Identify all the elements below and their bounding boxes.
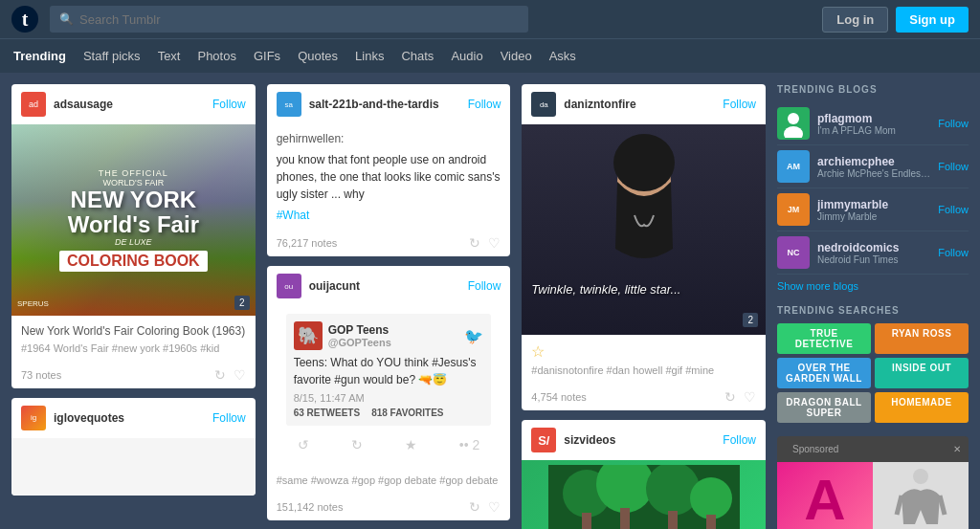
search-tag-dragon-ball[interactable]: DRAGON BALL SUPER — [777, 392, 871, 423]
search-input[interactable] — [79, 12, 519, 27]
nav-asks[interactable]: Asks — [549, 49, 576, 63]
nav-audio[interactable]: Audio — [451, 49, 482, 63]
svg-point-6 — [690, 477, 732, 519]
like-icon[interactable]: ♡ — [488, 499, 501, 515]
search-tag-homemade[interactable]: HOMEMADE — [875, 392, 969, 423]
reblog-icon[interactable]: ↻ — [469, 235, 480, 251]
nav-photos[interactable]: Photos — [197, 49, 235, 63]
like-icon[interactable]: ♡ — [234, 367, 246, 383]
image-count-badge: 2 — [234, 296, 250, 310]
sponsor-badge: SPERUS — [17, 299, 49, 308]
blog-name[interactable]: pflagmom — [817, 112, 930, 125]
sponsored-close[interactable]: ✕ — [953, 444, 961, 454]
nav-links[interactable]: Links — [355, 49, 384, 63]
follow-button[interactable]: Follow — [938, 247, 969, 258]
notes-count: 73 notes — [21, 369, 61, 381]
gop-avatar: 🐘 — [294, 321, 323, 350]
column-1: ad adsausage Follow THE OFFICIAL WORLD'S… — [11, 84, 256, 529]
follow-button[interactable]: Follow — [468, 98, 501, 111]
reblog-icon[interactable]: ↻ — [214, 367, 226, 383]
blog-name[interactable]: danizntonfire — [564, 98, 635, 111]
nav-video[interactable]: Video — [501, 49, 532, 63]
nav-text[interactable]: Text — [158, 49, 181, 63]
follow-button[interactable]: Follow — [723, 98, 756, 111]
blog-avatar: JM — [777, 193, 810, 226]
blog-avatar — [777, 107, 810, 140]
search-tag-inside-out[interactable]: INSIDE OUT — [875, 358, 969, 388]
nav-chats[interactable]: Chats — [401, 49, 434, 63]
follow-button[interactable]: Follow — [212, 98, 246, 111]
tweet-content: 🐘 GOP Teens @GOPTeens 🐦 Teens: What do Y… — [286, 314, 492, 426]
login-button[interactable]: Log in — [822, 7, 888, 33]
blog-desc: Nedroid Fun Times — [817, 254, 930, 265]
star-rating[interactable]: ☆ — [531, 342, 756, 361]
blog-name[interactable]: iglovequotes — [54, 411, 124, 425]
blog-name[interactable]: salt-221b-and-the-tardis — [309, 98, 439, 111]
card-tags: #1964 World's Fair #new york #1960s #kid — [21, 342, 246, 354]
blog-desc: Archie McPhee's Endless G... — [817, 168, 930, 179]
search-tag-true-detective[interactable]: TRUE DETECTIVE — [777, 323, 871, 354]
header-actions: Log in Sign up — [822, 7, 969, 33]
card-header: S/ sizvideos Follow — [522, 420, 766, 460]
reblog-icon[interactable]: ↻ — [724, 389, 736, 405]
signup-button[interactable]: Sign up — [896, 7, 969, 33]
video-thumbnail: Twinkle, twinkle, little star... 2 — [522, 124, 766, 335]
blog-name[interactable]: jimmymarble — [817, 198, 930, 211]
tweet-user-info: GOP Teens @GOPTeens — [328, 323, 391, 348]
video-count-badge: 2 — [743, 313, 758, 327]
retweet-icon[interactable]: ↻ — [351, 437, 363, 452]
sponsored-header: Sponsored ✕ — [777, 436, 969, 462]
follow-button[interactable]: Follow — [938, 118, 969, 129]
more-icon[interactable]: •• 2 — [459, 437, 479, 452]
tweet-user: 🐘 GOP Teens @GOPTeens 🐦 — [294, 321, 484, 350]
search-tag-garden-wall[interactable]: OVER THE GARDEN WALL — [777, 358, 871, 388]
nav-quotes[interactable]: Quotes — [298, 49, 338, 63]
avatar: ou — [277, 274, 301, 298]
trending-blog-item: pflagmom I'm A PFLAG Mom Follow — [777, 102, 969, 145]
blog-name[interactable]: sizvideos — [564, 433, 615, 447]
card-notes: 4,754 notes ↻ ♡ — [522, 384, 766, 410]
follow-button[interactable]: Follow — [468, 279, 501, 293]
avatar: ad — [21, 92, 46, 117]
follow-button[interactable]: Follow — [938, 204, 969, 215]
card-header: ad adsausage Follow — [11, 84, 256, 124]
blog-info: archiemcphee Archie McPhee's Endless G..… — [817, 155, 930, 179]
blog-name[interactable]: archiemcphee — [817, 155, 930, 168]
tweet-embed: 🐘 GOP Teens @GOPTeens 🐦 Teens: What do Y… — [267, 314, 511, 464]
star-icon[interactable]: ★ — [405, 437, 417, 452]
reply-icon[interactable]: ↺ — [298, 437, 309, 452]
show-more-blogs[interactable]: Show more blogs — [777, 280, 969, 292]
search-tag-ryan-ross[interactable]: RYAN ROSS — [875, 323, 969, 354]
video-card: da danizntonfire Follow Twinkle, twinkle… — [522, 84, 766, 410]
avatar: sa — [277, 92, 301, 117]
reblog-icon[interactable]: ↻ — [469, 499, 480, 515]
reblog-handle: gehirnwellen: — [277, 132, 501, 145]
svg-line-14 — [897, 496, 902, 515]
search-bar[interactable]: 🔍 — [50, 6, 528, 33]
favorites: 818 FAVORITES — [371, 408, 443, 418]
follow-button[interactable]: Follow — [212, 411, 246, 425]
blog-avatar: NC — [777, 236, 810, 269]
follow-button[interactable]: Follow — [938, 161, 969, 172]
svg-point-12 — [784, 126, 803, 138]
siz-cover-image — [522, 460, 766, 529]
nav-staff-picks[interactable]: Staff picks — [83, 49, 141, 63]
sponsored-section: Sponsored ✕ A — [777, 436, 969, 529]
card-actions: ↻ ♡ — [469, 499, 501, 515]
like-icon[interactable]: ♡ — [488, 235, 501, 251]
blog-name[interactable]: adsausage — [54, 98, 113, 111]
nav-trending[interactable]: Trending — [13, 49, 66, 63]
nav-gifs[interactable]: GIFs — [254, 49, 280, 63]
trending-searches-grid: TRUE DETECTIVE RYAN ROSS OVER THE GARDEN… — [777, 323, 969, 423]
blog-name[interactable]: nedroidcomics — [817, 241, 930, 254]
sponsored-letter: A — [804, 472, 845, 529]
follow-button[interactable]: Follow — [723, 433, 756, 447]
svg-rect-7 — [582, 513, 591, 529]
sizvideos-card: S/ sizvideos Follow — [522, 420, 766, 529]
person-silhouette — [522, 124, 766, 335]
like-icon[interactable]: ♡ — [744, 389, 756, 405]
card-header: da danizntonfire Follow — [522, 84, 766, 124]
trending-searches-section: TRENDING SEARCHES TRUE DETECTIVE RYAN RO… — [777, 305, 969, 423]
blog-name[interactable]: ouijacunt — [309, 279, 360, 293]
svg-rect-9 — [668, 511, 678, 529]
